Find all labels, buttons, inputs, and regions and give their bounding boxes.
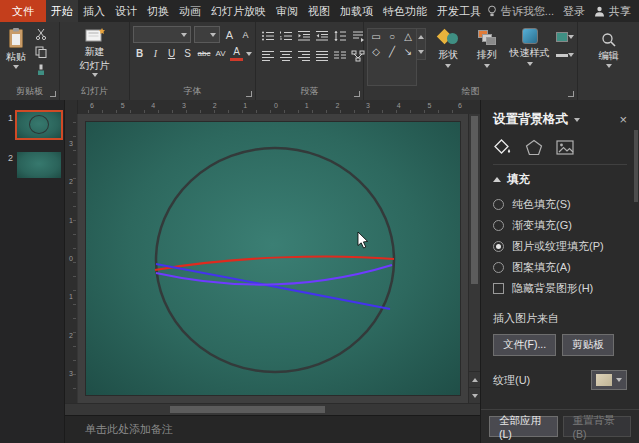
shrink-font-button[interactable]: A [239, 27, 252, 42]
tab-home[interactable]: 开始 [46, 0, 78, 22]
edit-menu-button[interactable]: 编辑 [596, 26, 622, 86]
picture-texture-fill-option[interactable]: 图片或纹理填充(P) [493, 236, 627, 257]
slide-1-preview[interactable] [17, 112, 61, 138]
previous-slide-button[interactable] [469, 371, 480, 387]
tab-animations[interactable]: 动画 [174, 0, 206, 22]
share-button[interactable]: 共享 [594, 4, 631, 19]
font-size-select[interactable] [194, 26, 220, 43]
login-button[interactable]: 登录 [563, 4, 585, 19]
gradient-fill-radio[interactable] [493, 220, 504, 231]
paste-dropdown-caret [13, 65, 19, 69]
font-color-button[interactable]: A [230, 46, 243, 61]
justify-button[interactable] [313, 48, 330, 64]
apply-to-all-button[interactable]: 全部应用(L) [489, 416, 558, 437]
horizontal-scrollbar[interactable] [65, 403, 480, 415]
panel-scrollbar-thumb[interactable] [634, 130, 638, 202]
drawing-dialog-launcher-icon[interactable] [568, 91, 574, 97]
character-spacing-button[interactable]: AV [214, 46, 227, 61]
arrange-button[interactable]: 排列 [471, 26, 504, 86]
cut-button[interactable] [32, 26, 50, 42]
quick-styles-button[interactable]: 快速样式 [509, 26, 550, 86]
paste-button[interactable]: 粘贴 [3, 26, 29, 86]
copy-button[interactable] [32, 44, 50, 60]
slide-thumbnail-1[interactable]: 1 [2, 112, 64, 138]
font-name-select[interactable] [133, 26, 191, 43]
tab-special-features[interactable]: 特色功能 [378, 0, 432, 22]
align-left-button[interactable] [259, 48, 276, 64]
tab-addins[interactable]: 加载项 [335, 0, 378, 22]
font-dialog-launcher-icon[interactable] [246, 91, 252, 97]
diamond-shape-icon[interactable]: ◇ [372, 46, 380, 57]
pattern-fill-radio[interactable] [493, 262, 504, 273]
line-spacing-button[interactable] [331, 28, 348, 44]
ellipse-shape-icon[interactable]: ○ [389, 31, 395, 42]
panel-close-button[interactable]: × [619, 113, 627, 126]
shape-gallery[interactable]: ▭ ○ △ ◇ ╱ ↘ [367, 28, 417, 86]
fill-bucket-icon[interactable] [493, 138, 512, 156]
columns-button[interactable] [331, 48, 348, 64]
strikethrough-button[interactable]: abc [197, 46, 211, 61]
tell-me-box[interactable]: 告诉我您... [487, 4, 554, 19]
solid-fill-option[interactable]: 纯色填充(S) [493, 194, 627, 215]
file-button[interactable]: 文件(F)... [493, 334, 556, 356]
triangle-shape-icon[interactable]: △ [404, 31, 412, 42]
format-painter-button[interactable] [32, 62, 50, 78]
slide-canvas-area[interactable] [78, 114, 468, 403]
next-slide-button[interactable] [469, 387, 480, 403]
tab-transitions[interactable]: 切换 [142, 0, 174, 22]
align-left-icon [261, 50, 275, 62]
picture-icon[interactable] [556, 140, 574, 155]
slide-thumbnail-2[interactable]: 2 [2, 152, 64, 178]
tab-design[interactable]: 设计 [110, 0, 142, 22]
new-slide-button[interactable]: 新建 幻灯片 [77, 26, 113, 86]
texture-dropdown[interactable] [591, 370, 627, 390]
hide-background-option[interactable]: 隐藏背景图形(H) [493, 278, 627, 299]
clipboard-dialog-launcher-icon[interactable] [50, 91, 56, 97]
bullets-button[interactable] [259, 28, 276, 44]
vertical-scrollbar[interactable] [468, 114, 480, 403]
shape-outline-button[interactable] [556, 47, 574, 63]
numbering-icon [279, 30, 293, 42]
shapes-button[interactable]: 形状 [432, 26, 465, 86]
tab-review[interactable]: 审阅 [271, 0, 303, 22]
hide-background-checkbox[interactable] [493, 283, 504, 294]
rectangle-shape-icon[interactable]: ▭ [371, 31, 380, 42]
increase-indent-button[interactable] [313, 28, 330, 44]
decrease-indent-icon [297, 30, 311, 42]
notes-pane[interactable]: 单击此处添加备注 [65, 415, 480, 443]
pattern-fill-option[interactable]: 图案填充(A) [493, 257, 627, 278]
numbering-button[interactable] [277, 28, 294, 44]
clipboard-source-button[interactable]: 剪贴板 [562, 334, 614, 356]
tab-developer[interactable]: 开发工具 [432, 0, 486, 22]
solid-fill-radio[interactable] [493, 199, 504, 210]
gradient-fill-option[interactable]: 渐变填充(G) [493, 215, 627, 236]
align-right-button[interactable] [295, 48, 312, 64]
tab-insert[interactable]: 插入 [78, 0, 110, 22]
arrow-shape-icon[interactable]: ↘ [404, 46, 412, 57]
paragraph-dialog-launcher-icon[interactable] [354, 91, 360, 97]
panel-menu-caret-icon[interactable] [574, 118, 580, 122]
line-shape-icon[interactable]: ╱ [389, 46, 395, 57]
underline-button[interactable]: U [165, 46, 178, 61]
text-shadow-button[interactable]: S [181, 46, 194, 61]
picture-texture-fill-radio[interactable] [493, 241, 504, 252]
vertical-scrollbar-thumb[interactable] [471, 116, 478, 284]
horizontal-scrollbar-thumb[interactable] [170, 406, 325, 413]
align-center-button[interactable] [277, 48, 294, 64]
tab-slideshow[interactable]: 幻灯片放映 [206, 0, 271, 22]
grow-font-button[interactable]: A [223, 27, 236, 42]
tab-file[interactable]: 文件 [0, 0, 46, 22]
italic-button[interactable]: I [149, 46, 162, 61]
decrease-indent-button[interactable] [295, 28, 312, 44]
slide-2-preview[interactable] [17, 152, 61, 178]
slide-surface[interactable] [86, 122, 460, 395]
shape-gallery-scrollbar[interactable] [417, 28, 426, 60]
quick-styles-label: 快速样式 [510, 46, 550, 60]
effects-pentagon-icon[interactable] [525, 139, 543, 156]
font-color-caret[interactable] [246, 52, 252, 56]
shape-fill-button[interactable] [556, 29, 574, 45]
fill-section-header[interactable]: 填充 [493, 172, 627, 187]
bold-button[interactable]: B [133, 46, 146, 61]
tab-view[interactable]: 视图 [303, 0, 335, 22]
justify-icon [315, 50, 329, 62]
